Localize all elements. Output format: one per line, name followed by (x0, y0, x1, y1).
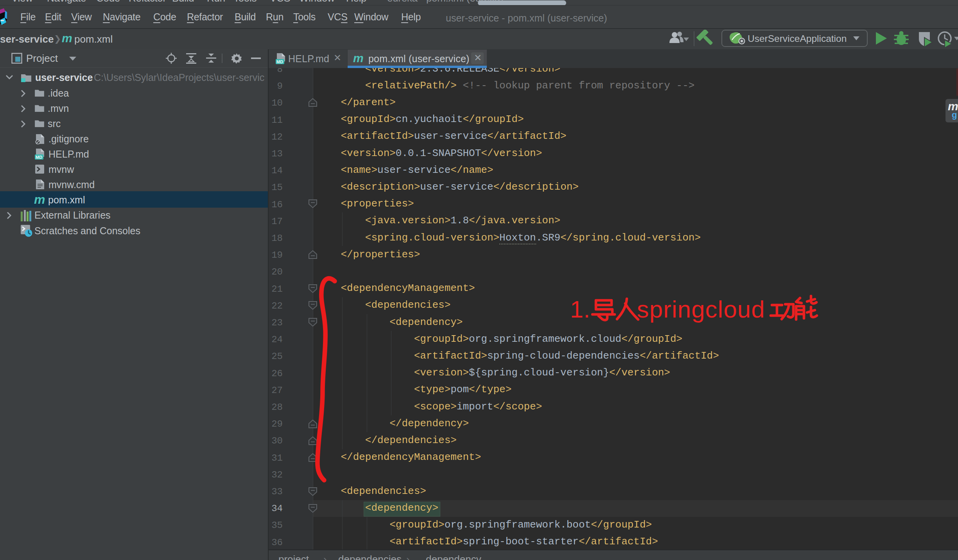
svg-text:MD: MD (276, 59, 283, 64)
svg-text:UserServiceApplication: UserServiceApplication (748, 33, 847, 44)
svg-text:MD: MD (36, 155, 42, 160)
